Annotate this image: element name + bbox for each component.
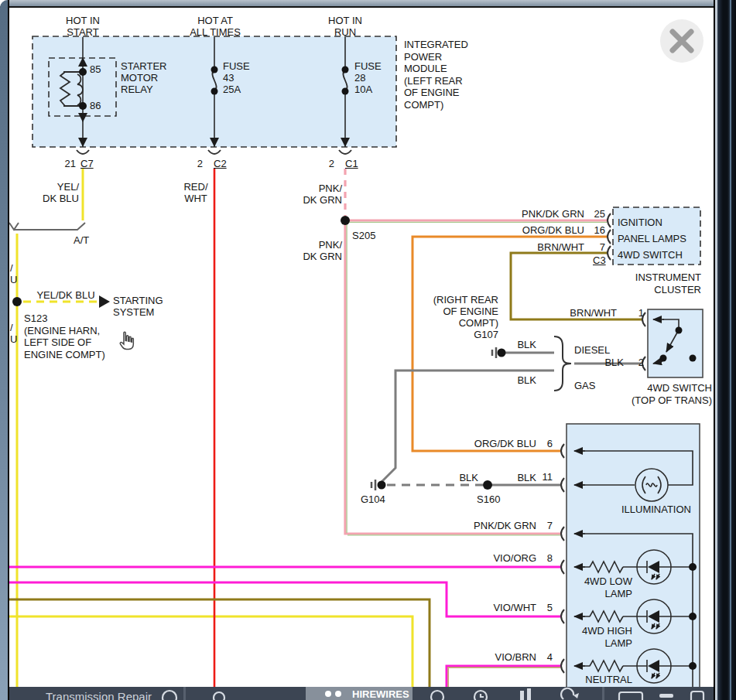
bars-icon <box>527 688 531 700</box>
lamp-neutral-label: NEUTRAL <box>569 674 632 685</box>
4wd-switch-name: 4WD SWITCH (TOP OF TRANS) <box>619 382 712 407</box>
diagram-viewer: HOT IN START HOT AT ALL TIMES HOT IN RUN… <box>0 0 736 700</box>
switch-pin-2: 2 <box>633 357 644 368</box>
box-pin-6: 6 <box>540 438 553 449</box>
starter-motor-relay-label: STARTER MOTOR RELAY <box>121 60 166 95</box>
cluster-pin-16: 16 <box>590 224 605 236</box>
blk-solid-label: BLK <box>507 472 536 483</box>
bars-icon <box>520 691 524 700</box>
blk-dashed-label: BLK <box>449 472 478 483</box>
yel-dkblu-dashed-label: YEL/DK BLU <box>35 289 97 301</box>
cluster-wire-25: PNK/DK GRN <box>507 208 584 220</box>
vio-wires <box>0 567 560 687</box>
at-option-label: A/T <box>74 234 89 246</box>
c3-connector: C3 <box>593 254 606 266</box>
phone-icon <box>691 691 703 700</box>
c2-connector: C2 <box>214 158 227 169</box>
lamp-module-box <box>567 424 700 700</box>
taskbar[interactable]: Transmission Repair HIREWIRES <box>9 687 714 700</box>
switch-pin-1: 1 <box>635 307 644 319</box>
search-icon <box>431 691 443 700</box>
c7-connector: C7 <box>80 158 94 169</box>
fuse-28-label: FUSE 28 10A <box>354 60 382 95</box>
box-pin-5: 5 <box>540 602 553 613</box>
switch-wire-1: BRN/WHT <box>540 307 617 319</box>
s205-label: S205 <box>352 230 375 241</box>
close-icon <box>660 19 703 63</box>
cluster-pin-7: 7 <box>590 241 605 253</box>
box-pin-4: 4 <box>540 651 553 663</box>
search-icon <box>214 692 224 700</box>
clock-icon <box>163 691 176 700</box>
box-pin-8: 8 <box>540 552 553 564</box>
hot-at-all-times-label: HOT AT ALL TIMES <box>184 15 246 38</box>
display-icon <box>619 692 642 700</box>
g104-label: G104 <box>361 493 385 505</box>
s123-label: S123 (ENGINE HARN, LEFT SIDE OF ENGINE C… <box>24 312 105 360</box>
c7-pin: 21 <box>56 158 76 169</box>
lamp-low-label: 4WD LOW LAMP <box>569 575 632 600</box>
minimize-icon <box>659 694 673 698</box>
s160-label: S160 <box>477 493 500 505</box>
box-wire-4: VIO/BRN <box>459 651 536 663</box>
illumination-label: ILLUMINATION <box>614 504 691 515</box>
box-pin-7: 7 <box>540 520 553 531</box>
clock-hands <box>481 694 484 697</box>
pnk-dkgrn-mid-label: PNK/ DK GRN <box>297 239 342 262</box>
hot-in-run-label: HOT IN RUN <box>316 15 375 38</box>
box-wire-5: VIO/WHT <box>459 602 536 613</box>
edge-fragment-1: / U <box>10 262 17 285</box>
cluster-row-panel-lamps: PANEL LAMPS <box>618 233 686 244</box>
lamp-high-label: 4WD HIGH LAMP <box>569 625 632 650</box>
blk-diesel-label: BLK <box>505 339 536 350</box>
box-wire-7: PNK/DK GRN <box>459 520 536 531</box>
relay-pin-86: 86 <box>90 100 101 111</box>
relay-pin-85: 85 <box>90 63 101 75</box>
vertical-scrollbar[interactable] <box>714 0 736 700</box>
g107-label: (RIGHT REAR OF ENGINE COMPT) G107 <box>417 294 498 340</box>
ipm-label: INTEGRATED POWER MODULE (LEFT REAR OF EN… <box>404 39 468 111</box>
fuse-43-label: FUSE 43 25A <box>223 60 250 95</box>
close-button[interactable] <box>660 19 703 63</box>
cluster-wire-16: ORG/DK BLU <box>507 224 584 236</box>
redo-icon <box>561 688 573 699</box>
c1-pin: 2 <box>322 158 334 169</box>
yel-dkblu-label: YEL/ DK BLU <box>36 181 79 204</box>
pnk-dkgrn-top-label: PNK/ DK GRN <box>297 183 342 206</box>
box-wire-6: ORG/DK BLU <box>459 438 536 449</box>
starting-system-label: STARTING SYSTEM <box>113 295 163 318</box>
taskbar-icons[interactable] <box>9 687 714 700</box>
yel-dkblu-wires <box>0 169 413 687</box>
blk-switch-label: BLK <box>594 357 624 368</box>
cluster-wire-7: BRN/WHT <box>507 241 584 253</box>
blk-gas-label: BLK <box>505 374 536 386</box>
red-wht-label: RED/ WHT <box>180 181 211 204</box>
hot-in-start-label: HOT IN START <box>54 15 111 38</box>
c2-pin: 2 <box>190 158 203 169</box>
cluster-row-ignition: IGNITION <box>618 217 662 228</box>
instrument-cluster-label: INSTRUMENT CLUSTER <box>611 271 701 296</box>
window-top-border <box>0 0 714 8</box>
box-pin-11: 11 <box>536 471 553 483</box>
cluster-pin-25: 25 <box>590 208 605 220</box>
edge-fragment-2: / U <box>10 322 17 345</box>
window-left-border <box>0 0 9 700</box>
hand-cursor-icon <box>116 331 142 359</box>
gas-label: GAS <box>574 380 595 391</box>
c1-connector: C1 <box>345 158 358 169</box>
at-option-bracket <box>9 223 85 230</box>
diesel-label: DIESEL <box>574 344 610 356</box>
box-wire-8: VIO/ORG <box>459 552 536 564</box>
cluster-row-4wd-switch: 4WD SWITCH <box>618 249 683 261</box>
